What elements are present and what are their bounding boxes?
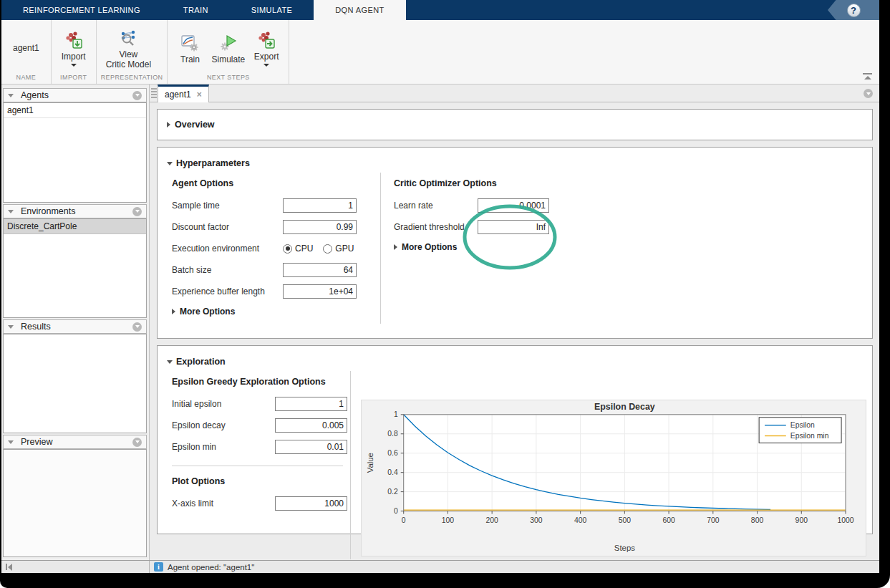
expand-triangle-icon — [167, 122, 170, 127]
gpu-radio[interactable]: GPU — [323, 244, 354, 254]
svg-text:0.8: 0.8 — [387, 430, 398, 438]
svg-text:0: 0 — [402, 516, 406, 524]
learn-rate-label: Learn rate — [394, 201, 478, 211]
cpu-radio-label: CPU — [295, 244, 313, 254]
toolstrip: agent1 NAME Import IMPORT — [1, 20, 879, 85]
export-dropdown-arrow-icon — [263, 64, 269, 67]
agents-list-item[interactable]: agent1 — [4, 103, 146, 118]
collapse-sidebar-icon[interactable] — [6, 564, 12, 571]
exploration-header[interactable]: Exploration — [158, 346, 872, 371]
ribbon-tab-dqn-agent[interactable]: DQN AGENT — [314, 0, 405, 20]
import-icon — [64, 31, 83, 49]
gradient-threshold-input[interactable] — [478, 220, 549, 234]
batch-size-input[interactable] — [283, 263, 357, 277]
preview-panel-header[interactable]: Preview — [3, 435, 147, 449]
svg-text:0.6: 0.6 — [387, 449, 398, 457]
ribbon-tab-train[interactable]: TRAIN — [162, 0, 230, 20]
splitter-grip-icon[interactable] — [151, 88, 157, 98]
status-bar: i Agent opened: "agent1" — [1, 560, 879, 573]
document-tab-agent1[interactable]: agent1 × — [158, 85, 209, 102]
import-button[interactable]: Import — [57, 29, 90, 67]
learn-rate-input[interactable] — [478, 198, 549, 213]
preview-area — [3, 449, 147, 557]
experience-buffer-length-input[interactable] — [283, 284, 357, 299]
overview-section: Overview — [157, 109, 873, 140]
environments-list-item[interactable]: Discrete_CartPole — [4, 219, 146, 234]
overview-title: Overview — [175, 120, 215, 130]
svg-text:0.2: 0.2 — [387, 488, 398, 496]
view-critic-model-button[interactable]: View Critic Model — [102, 26, 155, 69]
epsilon-options-column: Epsilon Greedy Exploration Options Initi… — [172, 371, 351, 559]
epsilon-decay-input[interactable] — [275, 418, 347, 433]
help-button[interactable]: ? — [847, 4, 861, 17]
toolstrip-group-representation: View Critic Model REPRESENTATION — [97, 20, 168, 84]
svg-text:200: 200 — [485, 516, 498, 524]
simulate-label: Simulate — [211, 54, 245, 64]
epsilon-min-input[interactable] — [275, 440, 347, 454]
agents-panel-title: Agents — [21, 90, 132, 100]
initial-epsilon-input[interactable] — [275, 397, 347, 411]
agent-more-options-toggle[interactable]: More Options — [172, 307, 380, 317]
ribbon-tab-bar: REINFORCEMENT LEARNING TRAIN SIMULATE DQ… — [1, 0, 879, 20]
export-label: Export — [254, 52, 279, 62]
hyperparameters-title: Hyperparameters — [176, 158, 250, 168]
toolstrip-group-name: agent1 NAME — [1, 20, 52, 84]
view-critic-model-label-line1: View — [119, 49, 137, 59]
tab-strip-menu-icon[interactable] — [864, 89, 873, 98]
agents-panel-menu-icon[interactable] — [132, 91, 142, 100]
critic-more-options-label: More Options — [402, 242, 457, 252]
critic-more-options-toggle[interactable]: More Options — [394, 242, 549, 252]
svg-text:0.4: 0.4 — [387, 468, 398, 476]
group-label-name: NAME — [4, 74, 48, 84]
toolstrip-group-import: Import IMPORT — [52, 20, 97, 84]
document-tab-label: agent1 — [165, 90, 191, 100]
svg-text:400: 400 — [574, 516, 587, 524]
gradient-threshold-label: Gradient threshold — [394, 222, 478, 232]
collapse-ribbon-icon[interactable] — [863, 73, 872, 79]
environments-panel-header[interactable]: Environments — [3, 204, 147, 218]
overview-header[interactable]: Overview — [158, 110, 872, 134]
agent-name-value: agent1 — [7, 43, 45, 53]
x-axis-limit-label: X-axis limit — [172, 498, 275, 509]
cpu-radio[interactable]: CPU — [283, 244, 313, 254]
discount-factor-input[interactable] — [283, 220, 357, 234]
svg-text:500: 500 — [619, 516, 632, 524]
ribbon-tab-simulate[interactable]: SIMULATE — [230, 0, 314, 20]
svg-text:Value: Value — [366, 453, 374, 473]
import-dropdown-arrow-icon — [71, 64, 77, 67]
export-button[interactable]: Export — [250, 29, 283, 67]
info-icon: i — [154, 562, 163, 572]
results-panel-title: Results — [21, 322, 132, 332]
simulate-button[interactable]: Simulate — [208, 32, 248, 64]
epsilon-decay-plot: 0100200300400500600700800900100000.20.40… — [361, 400, 866, 556]
export-icon — [257, 31, 276, 49]
view-critic-model-label-line2: Critic Model — [106, 59, 151, 69]
environments-panel-menu-icon[interactable] — [132, 207, 142, 216]
results-panel-header[interactable]: Results — [3, 319, 147, 334]
help-arrow-background: ? — [828, 0, 879, 20]
status-message: Agent opened: "agent1" — [168, 563, 254, 572]
view-critic-model-icon — [119, 29, 137, 47]
results-panel-menu-icon[interactable] — [132, 322, 142, 332]
critic-optimizer-title: Critic Optimizer Options — [394, 178, 549, 188]
preview-panel-menu-icon[interactable] — [132, 438, 142, 447]
ribbon-tab-reinforcement-learning[interactable]: REINFORCEMENT LEARNING — [1, 0, 162, 20]
agents-panel-header[interactable]: Agents — [3, 88, 147, 102]
environments-panel-title: Environments — [21, 206, 132, 216]
radio-selected-icon — [283, 244, 292, 254]
divider — [172, 466, 343, 466]
preview-panel-title: Preview — [21, 437, 132, 447]
hyperparameters-header[interactable]: Hyperparameters — [158, 148, 872, 173]
highlight-ellipse — [461, 203, 558, 271]
x-axis-limit-input[interactable] — [275, 496, 347, 511]
svg-text:600: 600 — [662, 516, 675, 524]
train-button[interactable]: Train — [173, 32, 206, 64]
sample-time-input[interactable] — [283, 198, 357, 213]
agent-document: Overview Hyperparameters Agent Options S… — [150, 102, 879, 560]
agent-options-column: Agent Options Sample time Discount facto… — [172, 173, 381, 324]
environments-list: Discrete_CartPole — [3, 218, 147, 318]
radio-unselected-icon — [323, 244, 332, 254]
close-tab-icon[interactable]: × — [197, 90, 202, 99]
experience-buffer-length-label: Experience buffer length — [172, 286, 283, 297]
exploration-section: Exploration Epsilon Greedy Exploration O… — [157, 345, 873, 534]
